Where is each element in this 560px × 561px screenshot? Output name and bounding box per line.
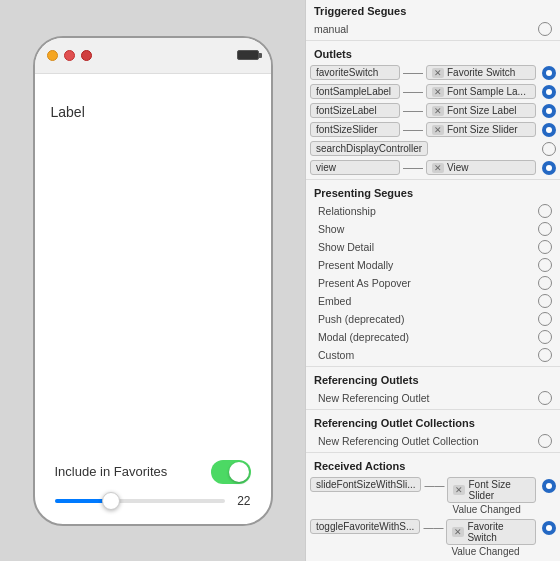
- presenting-row-push: Push (deprecated): [306, 310, 560, 328]
- presenting-label-relationship: Relationship: [314, 205, 535, 217]
- received-actions-header: Received Actions: [306, 455, 560, 475]
- x-badge-2[interactable]: ✕: [432, 87, 444, 97]
- outlet-name-searchdisplay: searchDisplayController: [310, 141, 428, 156]
- outlet-row-view: view —— ✕ View: [306, 158, 560, 177]
- outlet-circle-2[interactable]: [542, 85, 556, 99]
- traffic-light-yellow[interactable]: [47, 50, 58, 61]
- ios-device: Label Include in Favorites 22: [33, 36, 273, 526]
- outlet-row-fontsamplelabel: fontSampleLabel —— ✕ Font Sample La...: [306, 82, 560, 101]
- presenting-btn-presentmodally[interactable]: [538, 258, 552, 272]
- slider-row: 22: [51, 494, 255, 508]
- slider-thumb[interactable]: [102, 492, 120, 510]
- presenting-segues-header: Presenting Segues: [306, 182, 560, 202]
- outlet-target-fontsamplelabel: ✕ Font Sample La...: [426, 84, 536, 99]
- x-badge-1[interactable]: ✕: [432, 68, 444, 78]
- action-target-line-1: ✕ Font Size Slider: [447, 477, 536, 503]
- outlets-header: Outlets: [306, 43, 560, 63]
- outlet-name-fontsizeslider: fontSizeSlider: [310, 122, 400, 137]
- action-target-line-2: ✕ Favorite Switch: [446, 519, 536, 545]
- new-referencing-outlet-label: New Referencing Outlet: [314, 392, 535, 404]
- right-panel: Triggered Segues manual Outlets favorite…: [305, 0, 560, 561]
- traffic-light-green[interactable]: [81, 50, 92, 61]
- action-circle-2[interactable]: [542, 521, 556, 535]
- action-event-1: Value Changed: [447, 504, 536, 515]
- outlet-target-fontsizeslider: ✕ Font Size Slider: [426, 122, 536, 137]
- battery-icon: [237, 50, 259, 60]
- presenting-label-embed: Embed: [314, 295, 535, 307]
- action-arrow-2: ——: [423, 522, 443, 533]
- outlet-circle-3[interactable]: [542, 104, 556, 118]
- toggle-switch[interactable]: [211, 460, 251, 484]
- presenting-row-custom: Custom: [306, 346, 560, 364]
- presenting-btn-aspopover[interactable]: [538, 276, 552, 290]
- device-content: Label Include in Favorites 22: [35, 74, 271, 524]
- connector-arrow-2: ——: [403, 86, 423, 97]
- action-arrow-1: ——: [424, 480, 444, 491]
- action-x-badge-1[interactable]: ✕: [453, 485, 465, 495]
- presenting-label-custom: Custom: [314, 349, 535, 361]
- connector-arrow-3: ——: [403, 105, 423, 116]
- outlet-target-view: ✕ View: [426, 160, 536, 175]
- left-panel: Label Include in Favorites 22: [0, 0, 305, 561]
- presenting-btn-custom[interactable]: [538, 348, 552, 362]
- outlet-row-fontsizeslider: fontSizeSlider —— ✕ Font Size Slider: [306, 120, 560, 139]
- x-badge-5[interactable]: ✕: [432, 163, 444, 173]
- manual-segue-add-btn[interactable]: [538, 22, 552, 36]
- presenting-label-modal: Modal (deprecated): [314, 331, 535, 343]
- divider-5: [306, 452, 560, 453]
- presenting-row-modal: Modal (deprecated): [306, 328, 560, 346]
- manual-segue-row: manual: [306, 20, 560, 38]
- presenting-row-presentmodally: Present Modally: [306, 256, 560, 274]
- favorites-label: Include in Favorites: [55, 464, 168, 479]
- presenting-btn-push[interactable]: [538, 312, 552, 326]
- new-referencing-outlet-btn[interactable]: [538, 391, 552, 405]
- x-badge-3[interactable]: ✕: [432, 106, 444, 116]
- action-row-togglefavorite: toggleFavoriteWithS... —— ✕ Favorite Swi…: [306, 517, 560, 559]
- presenting-label-showdetail: Show Detail: [314, 241, 535, 253]
- manual-label: manual: [314, 23, 535, 35]
- new-referencing-collection-row: New Referencing Outlet Collection: [306, 432, 560, 450]
- outlet-circle-1[interactable]: [542, 66, 556, 80]
- presenting-row-embed: Embed: [306, 292, 560, 310]
- new-referencing-collection-btn[interactable]: [538, 434, 552, 448]
- x-badge-4[interactable]: ✕: [432, 125, 444, 135]
- action-x-badge-2[interactable]: ✕: [452, 527, 464, 537]
- presenting-label-push: Push (deprecated): [314, 313, 535, 325]
- connector-arrow-4: ——: [403, 124, 423, 135]
- outlet-name-fontsamplelabel: fontSampleLabel: [310, 84, 400, 99]
- referencing-outlet-collections-header: Referencing Outlet Collections: [306, 412, 560, 432]
- presenting-row-show: Show: [306, 220, 560, 238]
- action-row-slidefontsize: slideFontSizeWithSli... —— ✕ Font Size S…: [306, 475, 560, 517]
- referencing-outlets-header: Referencing Outlets: [306, 369, 560, 389]
- outlet-circle-6[interactable]: [542, 161, 556, 175]
- outlet-name-favoriteswitch: favoriteSwitch: [310, 65, 400, 80]
- favorites-row: Include in Favorites: [51, 460, 255, 484]
- outlet-row-favoriteswitch: favoriteSwitch —— ✕ Favorite Switch: [306, 63, 560, 82]
- slider-fill: [55, 499, 106, 503]
- presenting-row-aspopover: Present As Popover: [306, 274, 560, 292]
- presenting-btn-show[interactable]: [538, 222, 552, 236]
- outlet-target-fontsizelabel: ✕ Font Size Label: [426, 103, 536, 118]
- outlet-row-searchdisplay: searchDisplayController: [306, 139, 560, 158]
- outlet-row-fontsizelabel: fontSizeLabel —— ✕ Font Size Label: [306, 101, 560, 120]
- outlet-name-fontsizelabel: fontSizeLabel: [310, 103, 400, 118]
- connector-arrow-5: ——: [403, 162, 423, 173]
- outlet-circle-5[interactable]: [542, 142, 556, 156]
- toggle-knob: [229, 462, 249, 482]
- device-status-bar: [35, 38, 271, 74]
- outlet-circle-4[interactable]: [542, 123, 556, 137]
- presenting-row-showdetail: Show Detail: [306, 238, 560, 256]
- presenting-btn-relationship[interactable]: [538, 204, 552, 218]
- new-referencing-collection-label: New Referencing Outlet Collection: [314, 435, 535, 447]
- slider-track[interactable]: [55, 499, 225, 503]
- action-circle-1[interactable]: [542, 479, 556, 493]
- presenting-btn-showdetail[interactable]: [538, 240, 552, 254]
- action-name-slidefontsize: slideFontSizeWithSli...: [310, 477, 421, 492]
- traffic-light-red[interactable]: [64, 50, 75, 61]
- presenting-label-aspopover: Present As Popover: [314, 277, 535, 289]
- divider-3: [306, 366, 560, 367]
- new-referencing-outlet-row: New Referencing Outlet: [306, 389, 560, 407]
- divider-1: [306, 40, 560, 41]
- presenting-btn-embed[interactable]: [538, 294, 552, 308]
- presenting-btn-modal[interactable]: [538, 330, 552, 344]
